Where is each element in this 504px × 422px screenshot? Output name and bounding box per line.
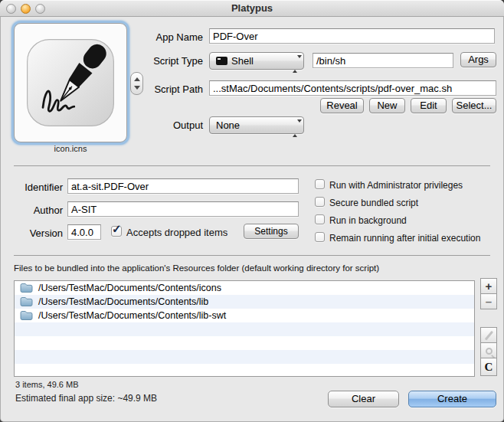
file-row[interactable]: /Users/TestMac/Documents/Contents/lib bbox=[15, 295, 474, 309]
create-button[interactable]: Create bbox=[408, 391, 496, 407]
edit-file-button[interactable] bbox=[480, 327, 497, 343]
contents-c-icon: C bbox=[485, 361, 493, 373]
bundled-files-list[interactable]: /Users/TestMac/Documents/Contents/icons … bbox=[14, 280, 475, 377]
remain-running-checkbox[interactable] bbox=[315, 232, 325, 242]
output-popup[interactable]: None bbox=[209, 116, 304, 134]
admin-privileges-label: Run with Administrator privileges bbox=[329, 180, 463, 191]
folder-icon bbox=[20, 283, 33, 293]
output-label: Output bbox=[142, 119, 203, 131]
run-background-label: Run in background bbox=[329, 215, 407, 226]
edit-button[interactable]: Edit bbox=[411, 98, 447, 113]
popup-arrows-icon bbox=[293, 120, 298, 136]
script-type-popup[interactable]: Shell bbox=[209, 52, 304, 70]
author-field[interactable]: A-SIT bbox=[67, 201, 299, 217]
admin-privileges-checkbox[interactable] bbox=[315, 179, 325, 189]
script-path-label: Script Path bbox=[142, 83, 203, 95]
file-row[interactable]: /Users/TestMac/Documents/Contents/icons bbox=[15, 281, 474, 295]
stepper-down-icon[interactable] bbox=[134, 86, 140, 90]
estimated-size-text: Estimated final app size: ~49.9 MB bbox=[15, 393, 157, 404]
pencil-icon bbox=[485, 331, 493, 340]
script-type-label: Script Type bbox=[142, 55, 203, 67]
add-file-button[interactable]: + bbox=[480, 278, 497, 294]
clear-button[interactable]: Clear bbox=[328, 391, 399, 407]
accepts-dropped-label: Accepts dropped items bbox=[126, 227, 227, 238]
reveal-file-button[interactable] bbox=[480, 342, 497, 358]
file-path: /Users/TestMac/Documents/Contents/icons bbox=[38, 283, 221, 293]
reveal-button[interactable]: Reveal bbox=[320, 98, 364, 113]
app-pen-icon bbox=[25, 34, 116, 132]
remove-file-button[interactable]: – bbox=[480, 293, 497, 309]
checkmark-icon: ✓ bbox=[112, 222, 122, 236]
file-row[interactable]: /Users/TestMac/Documents/Contents/lib-sw… bbox=[15, 309, 474, 322]
stepper-up-icon[interactable] bbox=[134, 77, 140, 81]
app-name-label: App Name bbox=[142, 31, 203, 43]
run-background-checkbox[interactable] bbox=[315, 214, 325, 224]
script-type-value: Shell bbox=[231, 55, 254, 67]
remain-running-label: Remain running after initial execution bbox=[329, 233, 480, 244]
icon-filename: icon.icns bbox=[14, 144, 127, 153]
platypus-window: Platypus icon.icns App Name PDF-Ove bbox=[0, 0, 504, 422]
secure-script-checkbox[interactable] bbox=[315, 197, 325, 207]
show-contents-button[interactable]: C bbox=[480, 358, 497, 376]
titlebar[interactable]: Platypus bbox=[0, 0, 504, 17]
divider bbox=[14, 165, 490, 166]
popup-arrows-icon bbox=[293, 56, 298, 72]
secure-script-label: Secure bundled script bbox=[329, 198, 418, 208]
file-path: /Users/TestMac/Documents/Contents/lib-sw… bbox=[38, 310, 226, 321]
shell-terminal-icon bbox=[216, 57, 227, 65]
divider bbox=[14, 255, 490, 256]
accepts-dropped-checkbox[interactable]: ✓ bbox=[111, 226, 122, 237]
version-label: Version bbox=[0, 227, 63, 239]
args-button[interactable]: Args bbox=[460, 52, 496, 67]
interpreter-field[interactable]: /bin/sh bbox=[313, 53, 453, 68]
output-value: None bbox=[216, 119, 240, 131]
folder-icon bbox=[20, 310, 33, 321]
new-button[interactable]: New bbox=[369, 98, 405, 113]
script-path-field[interactable]: ...stMac/Documents/Contents/scripts/pdf-… bbox=[209, 80, 496, 96]
bundled-files-header: Files to be bundled into the application… bbox=[14, 263, 379, 273]
app-icon-well[interactable] bbox=[14, 23, 127, 142]
magnifier-icon bbox=[486, 348, 493, 355]
select-button[interactable]: Select... bbox=[452, 98, 496, 113]
version-field[interactable]: 4.0.0 bbox=[67, 224, 101, 240]
identifier-field[interactable]: at.a-sit.PDF-Over bbox=[67, 178, 299, 194]
items-size-status: 3 items, 49.6 MB bbox=[15, 380, 79, 389]
folder-icon bbox=[20, 296, 33, 307]
app-name-field[interactable]: PDF-Over bbox=[209, 28, 495, 44]
window-title: Platypus bbox=[0, 2, 504, 14]
author-label: Author bbox=[0, 204, 63, 216]
settings-button[interactable]: Settings bbox=[244, 224, 299, 239]
file-path: /Users/TestMac/Documents/Contents/lib bbox=[38, 296, 208, 307]
identifier-label: Identifier bbox=[0, 182, 63, 193]
